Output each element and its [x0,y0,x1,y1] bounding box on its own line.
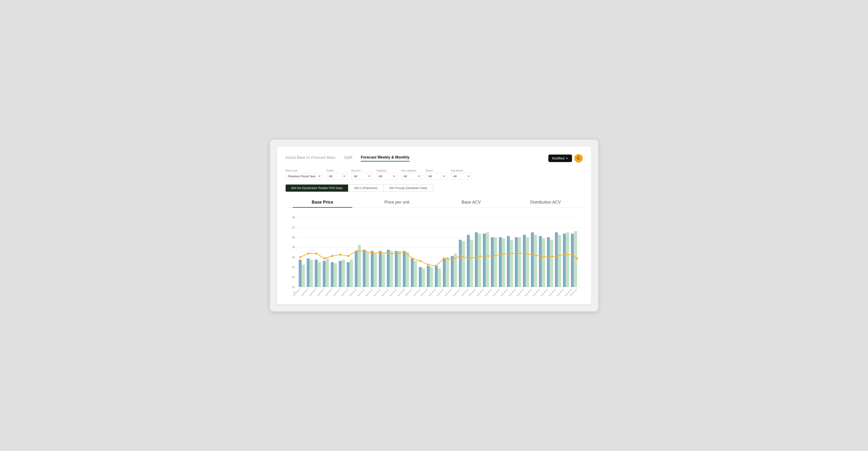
svg-rect-45 [411,259,414,287]
tabs-nav: Actual Base vs Forecast Base Uplift Fore… [285,155,410,161]
svg-text:2023-01-02: 2023-01-02 [357,288,365,297]
svg-rect-29 [347,262,350,287]
svg-rect-33 [363,250,366,287]
category-select[interactable]: All [376,173,397,180]
filter-outlier-label: Outlier [327,169,348,172]
tab-forecast[interactable]: Forecast Weekly & Monthly [361,155,409,161]
svg-rect-30 [350,260,353,287]
tab-price-per-unit[interactable]: Price per unit [360,198,434,208]
svg-text:2023-01-02: 2023-01-02 [508,288,517,297]
svg-rect-19 [307,259,310,287]
svg-rect-52 [438,268,441,287]
toggle-sellthrough[interactable]: Sell Through (Distributor Data) [383,185,433,191]
svg-rect-68 [502,239,505,287]
svg-text:$6: $6 [292,236,295,239]
svg-point-97 [380,251,381,253]
svg-point-104 [435,265,437,267]
svg-text:2023-01-02: 2023-01-02 [381,288,389,297]
svg-rect-71 [515,237,518,287]
svg-rect-54 [446,257,449,287]
svg-rect-40 [390,251,393,287]
svg-rect-83 [563,234,566,287]
svg-rect-72 [518,237,521,287]
svg-text:2023-01-02: 2023-01-02 [524,288,532,297]
svg-rect-79 [547,237,550,287]
svg-text:$2: $2 [292,276,295,278]
tab-base-price[interactable]: Base Price [285,198,360,208]
svg-text:2023-01-02: 2023-01-02 [532,288,540,297]
svg-rect-44 [406,252,409,287]
svg-text:2023-01-02: 2023-01-02 [301,288,309,297]
svg-text:2023-01-02: 2023-01-02 [412,288,421,297]
tab-uplift[interactable]: Uplift [344,155,352,161]
svg-rect-75 [531,233,534,287]
outlier-select[interactable]: All [327,173,348,180]
svg-point-119 [555,255,557,257]
filter-subcategory: Sub-category All [401,169,422,180]
svg-point-113 [507,252,509,254]
svg-rect-38 [382,253,385,287]
toggle-sellin[interactable]: Sell in (Shipments) [348,185,383,191]
svg-rect-24 [326,259,329,287]
svg-text:2023-01-02: 2023-01-02 [492,288,500,297]
svg-text:2023-01-02: 2023-01-02 [365,288,373,297]
svg-point-111 [491,255,493,257]
svg-rect-78 [542,239,545,287]
svg-rect-47 [418,267,422,287]
svg-rect-80 [550,240,553,287]
chart-area: $8 $7 $6 $5 $4 $3 $2 $1 0 [285,212,583,297]
toggle-bar: Sell Out (Syndicated; Retailer POS Data)… [285,184,433,192]
tab-actual[interactable]: Actual Base vs Forecast Base [285,155,335,161]
svg-text:2023-01-02: 2023-01-02 [548,288,556,297]
filter-week-start-label: Week start [285,169,323,172]
svg-rect-49 [427,266,430,287]
svg-rect-82 [558,235,561,287]
svg-rect-20 [310,260,313,287]
svg-rect-77 [539,236,542,287]
svg-rect-65 [491,237,494,287]
tab-base-acv[interactable]: Base ACV [434,198,508,208]
svg-rect-23 [322,261,326,287]
svg-rect-42 [398,251,401,287]
svg-rect-73 [523,235,526,287]
svg-text:2023-01-02: 2023-01-02 [333,288,341,297]
svg-rect-51 [435,266,438,287]
svg-point-118 [547,256,549,258]
svg-point-109 [475,256,477,258]
svg-rect-55 [451,256,454,287]
subcategory-select[interactable]: All [401,173,422,180]
avatar-button[interactable]: C [575,154,583,162]
svg-point-116 [531,254,533,255]
account-select[interactable]: All [351,173,372,180]
chevron-down-icon: ▼ [566,157,568,160]
svg-text:2023-01-02: 2023-01-02 [428,288,436,297]
brand-select[interactable]: All [426,173,447,180]
svg-text:2023-01-02: 2023-01-02 [453,288,461,297]
svg-rect-21 [314,260,317,287]
svg-rect-60 [470,240,473,287]
svg-rect-57 [459,240,462,287]
tab-distribution-acv[interactable]: Distribution ACV [508,198,583,208]
toggle-sellout[interactable]: Sell Out (Syndicated; Retailer POS Data) [286,185,348,191]
filter-brand-label: Brand [426,169,447,172]
svg-rect-27 [339,261,342,287]
svg-text:2023-01-02: 2023-01-02 [540,288,548,297]
svg-text:2023-01-02: 2023-01-02 [500,288,508,297]
filter-subbrand-label: Sub-Brand [451,169,472,172]
svg-point-87 [299,256,301,258]
modified-button[interactable]: Modified ▼ [548,155,572,162]
metric-tabs: Base Price Price per unit Base ACV Distr… [285,198,583,208]
svg-text:$3: $3 [292,266,295,269]
svg-text:2023-01-02: 2023-01-02 [436,288,444,297]
svg-point-120 [563,254,565,255]
svg-rect-25 [331,262,334,287]
svg-rect-50 [430,267,433,287]
svg-rect-67 [499,237,502,287]
week-start-select[interactable]: Previous Fiscal Year [285,173,323,180]
svg-text:2023-01-02: 2023-01-02 [341,288,349,297]
svg-text:2023-01-02: 2023-01-02 [468,288,476,297]
tabs-header: Actual Base vs Forecast Base Uplift Fore… [285,154,583,162]
subbrand-select[interactable]: All [451,173,472,180]
svg-text:$8: $8 [292,216,295,219]
svg-point-98 [388,252,390,254]
